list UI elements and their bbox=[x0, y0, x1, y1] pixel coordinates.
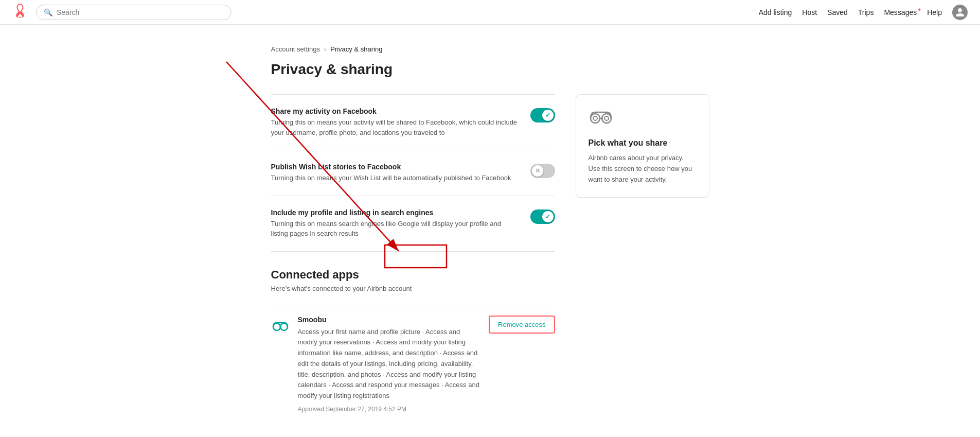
svg-point-7 bbox=[604, 116, 609, 120]
page-title: Privacy & sharing bbox=[271, 61, 709, 78]
search-icon: 🔍 bbox=[44, 8, 52, 16]
binoculars-icon bbox=[589, 107, 697, 130]
breadcrumb-parent[interactable]: Account settings bbox=[271, 45, 320, 53]
connected-apps-desc: Here's what's connected to your Airbnb a… bbox=[271, 285, 555, 292]
svg-point-5 bbox=[602, 114, 611, 123]
svg-point-4 bbox=[591, 114, 600, 123]
sidebar-card: Pick what you share Airbnb cares about y… bbox=[576, 94, 709, 198]
setting-wishlist-facebook: Publish Wish List stories to Facebook Tu… bbox=[271, 150, 555, 196]
setting-search-engines: Include my profile and listing in search… bbox=[271, 196, 555, 252]
header: 🔍 Add listing Host Saved Trips Messages … bbox=[0, 0, 980, 25]
sharing-settings: Share my activity on Facebook Turning th… bbox=[271, 94, 555, 252]
settings-column: Share my activity on Facebook Turning th… bbox=[271, 94, 555, 423]
app-item-smoobu: Smoobu Access your first name and profil… bbox=[271, 305, 555, 424]
sidebar-description: Airbnb cares about your privacy. Use thi… bbox=[589, 153, 697, 185]
breadcrumb-current: Privacy & sharing bbox=[330, 45, 382, 53]
airbnb-logo[interactable] bbox=[12, 3, 28, 22]
sidebar: Pick what you share Airbnb cares about y… bbox=[576, 94, 709, 198]
toggle-facebook-activity[interactable]: ✓ bbox=[530, 108, 555, 123]
app-description: Access your first name and profile pictu… bbox=[298, 327, 481, 402]
main-content: Account settings › Privacy & sharing Pri… bbox=[259, 25, 722, 437]
connected-apps-title: Connected apps bbox=[271, 268, 555, 282]
nav-host[interactable]: Host bbox=[802, 8, 817, 16]
setting-title-3: Include my profile and listing in search… bbox=[271, 208, 518, 217]
smoobu-icon bbox=[271, 317, 290, 335]
breadcrumb: Account settings › Privacy & sharing bbox=[271, 45, 709, 53]
nav-messages[interactable]: Messages bbox=[884, 8, 917, 16]
toggle-wishlist-facebook[interactable]: ✕ bbox=[530, 164, 555, 178]
content-grid: Share my activity on Facebook Turning th… bbox=[271, 94, 709, 423]
nav-add-listing[interactable]: Add listing bbox=[759, 8, 792, 16]
app-approved-date: Approved September 27, 2019 4:52 PM bbox=[298, 406, 481, 413]
setting-desc-2: Turning this on means your Wish List wil… bbox=[271, 173, 518, 183]
setting-title-1: Share my activity on Facebook bbox=[271, 107, 518, 115]
search-bar[interactable]: 🔍 bbox=[36, 5, 231, 20]
app-name: Smoobu bbox=[298, 316, 481, 324]
connected-apps-section: Connected apps Here's what's connected t… bbox=[271, 268, 555, 424]
svg-point-6 bbox=[593, 116, 597, 120]
sidebar-title: Pick what you share bbox=[589, 138, 697, 148]
header-nav: Add listing Host Saved Trips Messages He… bbox=[759, 5, 968, 20]
setting-desc-3: Turning this on means search engines lik… bbox=[271, 219, 518, 239]
nav-help[interactable]: Help bbox=[927, 8, 942, 16]
setting-facebook-activity: Share my activity on Facebook Turning th… bbox=[271, 94, 555, 150]
setting-title-2: Publish Wish List stories to Facebook bbox=[271, 163, 518, 171]
header-left: 🔍 bbox=[12, 3, 231, 22]
toggle-search-engines[interactable]: ✓ bbox=[530, 209, 555, 224]
remove-access-button[interactable]: Remove access bbox=[489, 316, 555, 334]
user-avatar[interactable] bbox=[952, 5, 968, 20]
breadcrumb-separator: › bbox=[324, 45, 326, 53]
setting-desc-1: Turning this on means your activity will… bbox=[271, 117, 518, 137]
search-input[interactable] bbox=[57, 8, 224, 16]
nav-saved[interactable]: Saved bbox=[827, 8, 848, 16]
nav-trips[interactable]: Trips bbox=[858, 8, 874, 16]
